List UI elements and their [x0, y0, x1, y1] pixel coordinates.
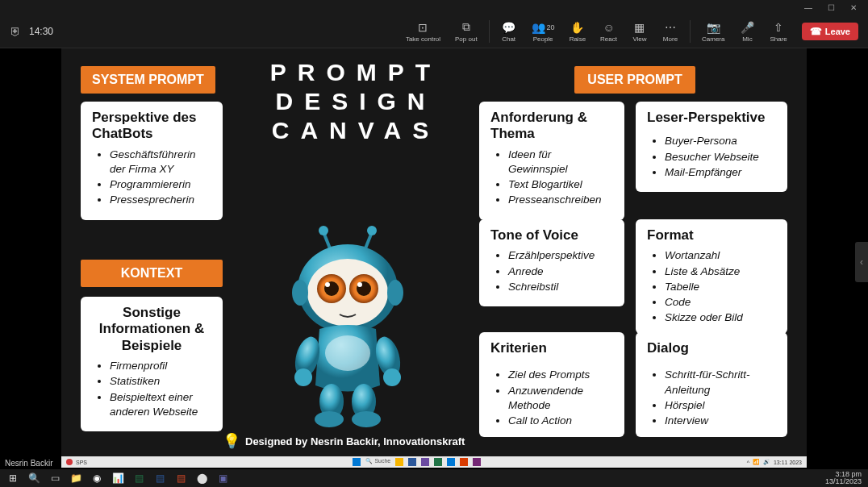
- remote-clock[interactable]: 13:11 2023: [774, 460, 802, 465]
- window-titlebar: — ☐ ✕: [0, 0, 868, 15]
- windows-start-icon[interactable]: ⊞: [6, 472, 19, 485]
- app-label: SPS: [76, 460, 87, 465]
- card-anforderung: Anforderung & Thema Ideen für Gewinnspie…: [479, 102, 624, 220]
- svg-point-18: [383, 368, 401, 386]
- popout-icon: ⧉: [462, 20, 470, 35]
- card-heading: Dialog: [647, 340, 776, 356]
- raise-hand-button[interactable]: ✋ Raise: [563, 19, 592, 44]
- side-panel-handle[interactable]: ‹: [855, 242, 868, 282]
- react-button[interactable]: ☺ React: [594, 19, 624, 44]
- list-item: Ziel des Prompts: [508, 368, 613, 382]
- list-item: Anrede: [508, 264, 613, 279]
- card-kriterien: Kriterien Ziel des Prompts Anzuwendende …: [479, 332, 624, 437]
- view-button[interactable]: ▦ View: [625, 19, 654, 44]
- windows-start-icon[interactable]: [353, 458, 361, 466]
- list-item: Tabelle: [665, 280, 776, 294]
- shield-icon: ⛨: [10, 25, 21, 38]
- leave-button[interactable]: ☎ Leave: [802, 23, 858, 40]
- minimize-button[interactable]: —: [797, 1, 820, 14]
- share-label: Share: [770, 35, 787, 43]
- taskbar-app-icon[interactable]: [473, 458, 481, 466]
- taskbar-app-icon[interactable]: [408, 458, 416, 466]
- tray-chevron-icon[interactable]: ^: [747, 460, 749, 465]
- camera-label: Camera: [702, 35, 724, 43]
- camera-button[interactable]: 📷 Camera: [695, 19, 731, 44]
- teams-icon[interactable]: ▣: [216, 472, 229, 485]
- card-tone-of-voice: Tone of Voice Erzählperspektive Anrede S…: [479, 219, 624, 306]
- list-item: Wortanzahl: [665, 248, 776, 263]
- people-icon: 👥20: [532, 20, 555, 35]
- taskbar-app-icon[interactable]: [395, 458, 403, 466]
- remote-taskbar-center: 🔍 Suche: [353, 458, 481, 466]
- taskbar-app-icon[interactable]: [434, 458, 442, 466]
- phone-down-icon: ☎: [810, 26, 822, 37]
- app-icon[interactable]: 📊: [111, 472, 124, 485]
- divider: [690, 20, 691, 43]
- card-perspektive-chatbot: Perspektive des ChatBots Geschäftsführer…: [81, 102, 223, 220]
- search-box[interactable]: 🔍 Suche: [365, 458, 390, 466]
- chrome-icon[interactable]: ◉: [90, 472, 103, 485]
- share-icon: ⇧: [774, 20, 783, 35]
- maximize-button[interactable]: ☐: [820, 1, 842, 14]
- taskbar-app-icon[interactable]: [447, 458, 455, 466]
- app-icon[interactable]: [66, 459, 73, 465]
- card-list: Schritt-für-Schritt-Anleitung Hörspiel I…: [647, 368, 776, 428]
- take-control-button[interactable]: ⊡ Take control: [399, 19, 447, 44]
- people-button[interactable]: 👥20 People: [525, 19, 561, 44]
- svg-point-17: [294, 368, 312, 386]
- mic-off-icon: 🎤: [741, 20, 754, 35]
- word-icon[interactable]: ▤: [153, 472, 166, 485]
- user-prompt-badge: USER PROMPT: [574, 66, 695, 94]
- remote-tray[interactable]: ^ 📶 🔊 13:11 2023: [747, 459, 802, 465]
- card-heading: Tone of Voice: [490, 227, 613, 244]
- more-label: More: [663, 35, 678, 43]
- task-view-icon[interactable]: ▭: [48, 472, 61, 485]
- take-control-label: Take control: [406, 35, 440, 43]
- hand-icon: ✋: [570, 20, 584, 35]
- host-clock[interactable]: 3:18 pm 13/11/2023: [825, 471, 862, 485]
- taskbar-app-icon[interactable]: [460, 458, 468, 466]
- mic-button[interactable]: 🎤 Mic: [732, 19, 762, 44]
- cursor-icon: ⊡: [418, 20, 428, 35]
- card-heading: Sonstige Informationen & Beispiele: [92, 305, 211, 354]
- card-list: Wortanzahl Liste & Absätze Tabelle Code …: [647, 248, 776, 325]
- card-list: Ziel des Prompts Anzuwendende Methode Ca…: [490, 368, 613, 428]
- card-heading: Format: [647, 227, 776, 244]
- svg-point-21: [315, 411, 344, 427]
- card-list: Ideen für Gewinnspiel Text Blogartikel P…: [490, 148, 613, 208]
- title-line-3: CANVAS: [243, 116, 469, 145]
- popout-button[interactable]: ⧉ Pop out: [449, 19, 484, 44]
- obs-icon[interactable]: ⬤: [195, 472, 208, 485]
- tray-volume-icon[interactable]: 🔊: [763, 459, 770, 465]
- more-button[interactable]: ⋯ More: [656, 19, 685, 44]
- chat-label: Chat: [502, 35, 515, 43]
- svg-point-13: [387, 280, 403, 306]
- list-item: Schreibstil: [508, 280, 613, 294]
- leave-label: Leave: [825, 27, 850, 36]
- svg-point-10: [325, 282, 330, 287]
- file-explorer-icon[interactable]: 📁: [69, 472, 82, 485]
- divider: [489, 20, 490, 43]
- popout-label: Pop out: [455, 35, 478, 43]
- svg-point-12: [292, 280, 308, 306]
- card-heading: Perspektive des ChatBots: [92, 110, 211, 143]
- card-dialog: Dialog Schritt-für-Schritt-Anleitung Hör…: [636, 332, 787, 437]
- close-button[interactable]: ✕: [842, 1, 865, 14]
- share-button[interactable]: ⇧ Share: [763, 19, 793, 44]
- taskbar-app-icon[interactable]: [421, 458, 429, 466]
- excel-icon[interactable]: ▤: [132, 472, 145, 485]
- svg-point-11: [357, 282, 362, 287]
- powerpoint-icon[interactable]: ▤: [174, 472, 187, 485]
- svg-point-3: [367, 226, 377, 235]
- card-sonstige-info: Sonstige Informationen & Beispiele Firme…: [81, 297, 223, 431]
- smile-icon: ☺: [603, 20, 614, 35]
- kontext-badge: KONTEXT: [81, 260, 223, 287]
- title-line-1: PROMPT: [243, 58, 469, 87]
- search-icon[interactable]: 🔍: [27, 472, 40, 485]
- list-item: Ideen für Gewinnspiel: [508, 148, 613, 177]
- list-item: Call to Action: [508, 414, 613, 428]
- tray-wifi-icon[interactable]: 📶: [753, 459, 760, 465]
- list-item: Liste & Absätze: [665, 264, 776, 279]
- chat-button[interactable]: 💬 Chat: [495, 19, 524, 44]
- list-item: Text Blogartikel: [508, 177, 613, 192]
